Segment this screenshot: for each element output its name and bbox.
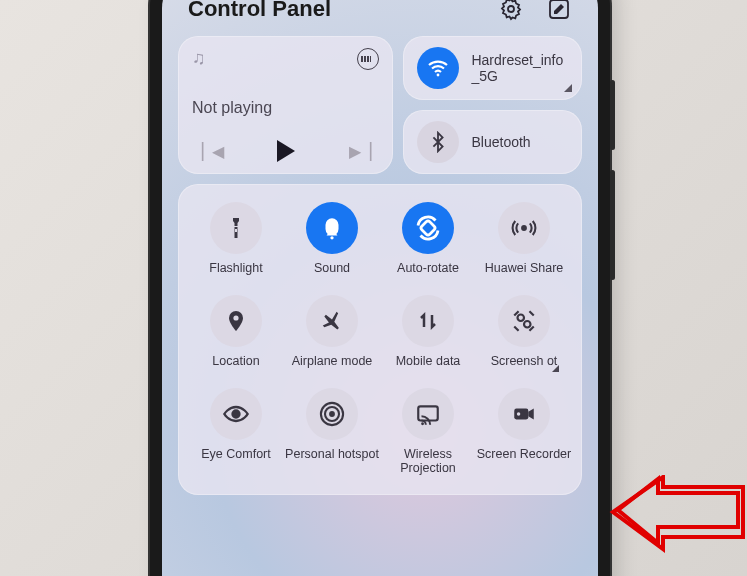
media-controls: ▏◀ ▶▕ <box>192 140 379 162</box>
bluetooth-label: Bluetooth <box>471 134 530 150</box>
page-title: Control Panel <box>188 0 331 22</box>
svg-rect-16 <box>514 409 528 420</box>
toggle-label: Sound <box>314 261 350 291</box>
airplane-mode-toggle[interactable]: Airplane mode <box>284 295 380 384</box>
toggle-label: Eye Comfort <box>201 447 270 477</box>
media-card[interactable]: ♫ Not playing ▏◀ ▶▕ <box>178 36 393 174</box>
eye-comfort-toggle[interactable]: Eye Comfort <box>188 388 284 477</box>
autorotate-icon <box>402 202 454 254</box>
screen: Control Panel ♫ <box>162 0 598 576</box>
power-button <box>610 170 615 280</box>
toggle-label: Airplane mode <box>292 354 373 384</box>
location-toggle[interactable]: Location <box>188 295 284 384</box>
play-icon[interactable] <box>277 140 295 162</box>
volume-button <box>610 80 615 150</box>
next-track-icon[interactable]: ▶▕ <box>349 142 369 161</box>
svg-point-7 <box>233 315 238 320</box>
toggle-label: Personal hotspot <box>285 447 379 477</box>
toggle-label: Location <box>212 354 259 384</box>
svg-point-11 <box>329 411 335 417</box>
sound-icon <box>306 202 358 254</box>
eye-icon <box>210 388 262 440</box>
flashlight-icon <box>210 202 262 254</box>
toggle-row: Eye Comfort Personal hotspot Wireless Pr… <box>188 388 572 477</box>
airplane-icon <box>306 295 358 347</box>
svg-point-9 <box>524 321 531 328</box>
previous-track-icon[interactable]: ▏◀ <box>202 142 222 161</box>
screenshot-icon <box>498 295 550 347</box>
toggle-label: Mobile data <box>396 354 461 384</box>
toggle-label: Huawei Share <box>485 261 564 291</box>
settings-icon[interactable] <box>498 0 524 22</box>
hotspot-icon <box>306 388 358 440</box>
toggle-label: Screensh ot <box>491 354 558 384</box>
location-icon <box>210 295 262 347</box>
toggle-label: Screen Recorder <box>477 447 572 477</box>
mobile-data-toggle[interactable]: Mobile data <box>380 295 476 384</box>
svg-point-6 <box>521 225 527 231</box>
control-panel-header: Control Panel <box>178 0 582 36</box>
svg-point-8 <box>518 315 525 322</box>
bluetooth-toggle[interactable]: Bluetooth <box>403 110 582 174</box>
svg-point-2 <box>437 74 440 77</box>
screen-recorder-icon <box>498 388 550 440</box>
cast-audio-icon[interactable] <box>357 48 379 70</box>
huawei-share-toggle[interactable]: Huawei Share <box>476 202 572 291</box>
svg-point-4 <box>330 236 333 239</box>
huawei-share-icon <box>498 202 550 254</box>
edit-icon[interactable] <box>546 0 572 22</box>
connectivity-column: Hardreset_info_5G Bluetooth <box>403 36 582 174</box>
phone-frame: Control Panel ♫ <box>150 0 610 576</box>
toggle-row: Location Airplane mode Mobile data <box>188 295 572 384</box>
music-note-icon: ♫ <box>192 48 206 69</box>
toggle-label: Flashlight <box>209 261 263 291</box>
media-status: Not playing <box>192 99 379 117</box>
svg-rect-3 <box>235 229 237 232</box>
toggle-label: Wireless Projection <box>380 447 476 477</box>
svg-point-0 <box>508 6 514 12</box>
wireless-projection-toggle[interactable]: Wireless Projection <box>380 388 476 477</box>
wifi-toggle[interactable]: Hardreset_info_5G <box>403 36 582 100</box>
mobile-data-icon <box>402 295 454 347</box>
svg-point-17 <box>517 412 520 415</box>
quick-toggles-panel: Flashlight Sound Auto-rotate <box>178 184 582 495</box>
svg-point-15 <box>421 422 424 425</box>
top-cards-row: ♫ Not playing ▏◀ ▶▕ Hardres <box>178 36 582 174</box>
annotation-arrow-icon <box>608 475 747 555</box>
svg-point-10 <box>233 411 240 418</box>
projection-icon <box>402 388 454 440</box>
bluetooth-icon <box>417 121 459 163</box>
screen-recorder-toggle[interactable]: Screen Recorder <box>476 388 572 477</box>
sound-toggle[interactable]: Sound <box>284 202 380 291</box>
header-actions <box>498 0 572 22</box>
wifi-icon <box>417 47 459 89</box>
toggle-row: Flashlight Sound Auto-rotate <box>188 202 572 291</box>
screenshot-toggle[interactable]: Screensh ot <box>476 295 572 384</box>
autorotate-toggle[interactable]: Auto-rotate <box>380 202 476 291</box>
wifi-label: Hardreset_info_5G <box>471 52 568 84</box>
expand-indicator-icon <box>564 84 572 92</box>
flashlight-toggle[interactable]: Flashlight <box>188 202 284 291</box>
svg-rect-5 <box>420 220 436 236</box>
personal-hotspot-toggle[interactable]: Personal hotspot <box>284 388 380 477</box>
toggle-label: Auto-rotate <box>397 261 459 291</box>
